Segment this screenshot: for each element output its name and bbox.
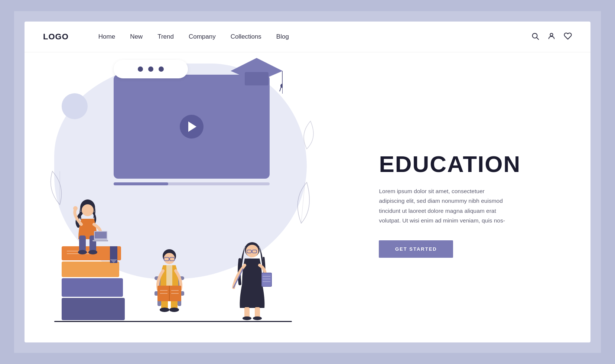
person-student-chair xyxy=(151,247,195,321)
main-content: EDUCATION Lorem ipsum dolor sit amet, co… xyxy=(25,52,590,342)
svg-point-31 xyxy=(164,253,175,264)
person-student-laptop xyxy=(67,198,108,261)
nav-trend[interactable]: Trend xyxy=(157,33,174,40)
main-nav: Home New Trend Company Collections Blog xyxy=(98,33,531,40)
nav-new[interactable]: New xyxy=(130,33,143,40)
ground-line xyxy=(54,321,292,322)
nav-company[interactable]: Company xyxy=(189,33,216,40)
nav-home[interactable]: Home xyxy=(98,33,115,40)
book-3 xyxy=(62,278,123,297)
nav-blog[interactable]: Blog xyxy=(276,33,289,40)
person-teacher xyxy=(232,239,273,321)
book-2 xyxy=(62,261,119,277)
nav-collections[interactable]: Collections xyxy=(231,33,261,40)
svg-point-37 xyxy=(160,308,169,312)
svg-point-53 xyxy=(253,316,262,320)
play-triangle-icon xyxy=(188,121,196,132)
dot-3 xyxy=(159,66,164,72)
description-text: Lorem ipsum dolor sit amet, consectetuer… xyxy=(379,186,505,225)
dot-1 xyxy=(138,66,143,72)
circle-decoration xyxy=(62,93,88,119)
browser-bar xyxy=(114,60,188,78)
user-icon[interactable] xyxy=(547,32,556,42)
logo: LOGO xyxy=(43,32,69,42)
svg-rect-4 xyxy=(245,72,269,85)
illustration-area xyxy=(25,52,364,342)
svg-point-20 xyxy=(78,250,87,254)
svg-point-2 xyxy=(550,33,553,36)
hero-title: EDUCATION xyxy=(379,152,568,176)
svg-rect-56 xyxy=(262,273,271,286)
cta-button[interactable]: GET STARTED xyxy=(379,240,453,258)
svg-rect-18 xyxy=(79,235,86,252)
header-icons xyxy=(531,32,572,42)
svg-rect-24 xyxy=(95,232,107,238)
dot-2 xyxy=(148,66,153,72)
svg-point-17 xyxy=(82,204,94,216)
header: LOGO Home New Trend Company Collections … xyxy=(25,22,590,52)
leaf-top-right xyxy=(296,119,318,153)
card: LOGO Home New Trend Company Collections … xyxy=(25,22,590,342)
svg-line-1 xyxy=(537,38,538,39)
play-button[interactable] xyxy=(180,115,204,139)
leaf-right xyxy=(284,179,318,227)
graduation-cap-icon xyxy=(231,54,283,99)
book-4 xyxy=(62,298,125,320)
page-wrapper: LOGO Home New Trend Company Collections … xyxy=(14,11,601,353)
heart-icon[interactable] xyxy=(564,32,572,42)
video-progress-fill xyxy=(114,182,168,185)
svg-point-22 xyxy=(73,206,78,211)
text-area: EDUCATION Lorem ipsum dolor sit amet, co… xyxy=(364,52,590,342)
svg-line-11 xyxy=(301,182,305,223)
svg-point-21 xyxy=(88,250,97,254)
svg-rect-25 xyxy=(92,240,108,241)
svg-point-38 xyxy=(169,308,179,312)
video-progress-bar xyxy=(114,182,270,185)
svg-point-52 xyxy=(243,316,251,320)
search-icon[interactable] xyxy=(531,32,539,42)
